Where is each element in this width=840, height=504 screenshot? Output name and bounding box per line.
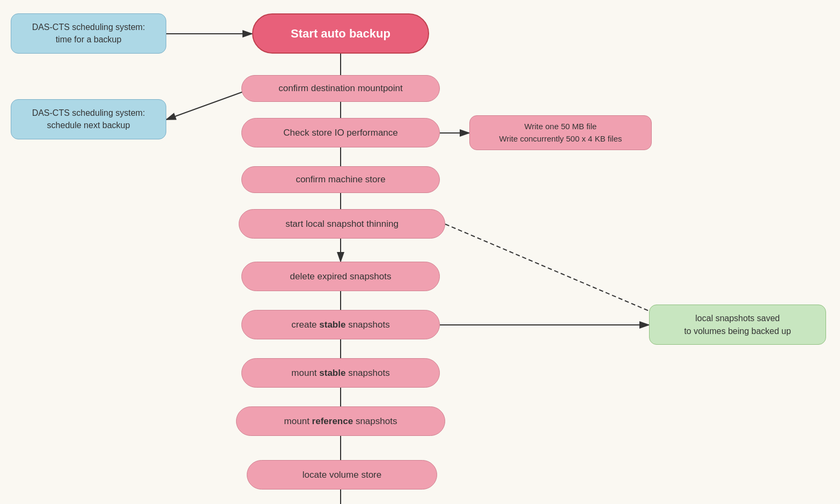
- das-cts-2-label: DAS-CTS scheduling system: schedule next…: [32, 107, 145, 131]
- local-snapshots-node: local snapshots saved to volumes being b…: [649, 305, 826, 345]
- create-stable-label: create stable snapshots: [291, 320, 389, 330]
- mount-stable-label: mount stable snapshots: [291, 368, 389, 379]
- mount-reference-label: mount reference snapshots: [284, 416, 397, 427]
- das-cts-1-label: DAS-CTS scheduling system: time for a ba…: [32, 21, 145, 46]
- das-cts-1-node: DAS-CTS scheduling system: time for a ba…: [11, 13, 166, 54]
- confirm-machine-node: confirm machine store: [241, 166, 440, 193]
- svg-line-14: [445, 224, 649, 311]
- locate-volume-label: locate volume store: [303, 470, 381, 480]
- local-snapshots-label: local snapshots saved to volumes being b…: [684, 312, 791, 338]
- das-cts-2-node: DAS-CTS scheduling system: schedule next…: [11, 99, 166, 139]
- confirm-dest-node: confirm destination mountpoint: [241, 75, 440, 102]
- start-thinning-node: start local snapshot thinning: [239, 209, 445, 239]
- io-detail-label: Write one 50 MB file Write concurrently …: [499, 121, 622, 145]
- delete-expired-node: delete expired snapshots: [241, 262, 440, 291]
- locate-volume-node: locate volume store: [247, 460, 437, 490]
- start-backup-label: Start auto backup: [291, 27, 390, 41]
- start-thinning-label: start local snapshot thinning: [285, 219, 399, 229]
- mount-reference-node: mount reference snapshots: [236, 406, 445, 436]
- create-stable-node: create stable snapshots: [241, 310, 440, 339]
- svg-line-1: [166, 88, 252, 120]
- check-io-node: Check store IO performance: [241, 118, 440, 147]
- delete-expired-label: delete expired snapshots: [290, 271, 391, 282]
- check-io-label: Check store IO performance: [283, 128, 398, 138]
- diagram-container: DAS-CTS scheduling system: time for a ba…: [0, 0, 840, 504]
- start-backup-node: Start auto backup: [252, 13, 429, 54]
- io-detail-node: Write one 50 MB file Write concurrently …: [469, 115, 652, 150]
- confirm-machine-label: confirm machine store: [296, 174, 385, 185]
- mount-stable-node: mount stable snapshots: [241, 358, 440, 388]
- confirm-dest-label: confirm destination mountpoint: [278, 83, 403, 94]
